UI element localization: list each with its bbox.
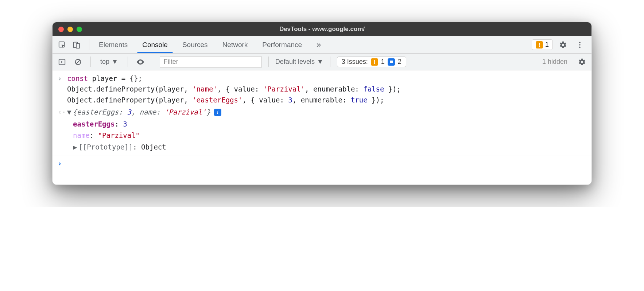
prototype-value: Object: [141, 143, 166, 151]
svg-rect-2: [76, 43, 79, 48]
devtools-window: DevTools - www.google.com/ Elements Cons…: [52, 22, 592, 185]
separator: [90, 57, 91, 67]
object-property-row: name: "Parzival": [73, 130, 591, 141]
tab-elements[interactable]: Elements: [92, 36, 135, 53]
tab-sources[interactable]: Sources: [175, 36, 215, 53]
row-divider: [53, 155, 591, 155]
result-arrow-icon: ‹·: [58, 107, 67, 117]
object-info-icon[interactable]: i: [214, 109, 221, 116]
prototype-row[interactable]: ▶[[Prototype]]: Object: [53, 141, 591, 153]
issues-label: 3 Issues:: [342, 58, 368, 66]
minimize-window-button[interactable]: [67, 27, 73, 32]
svg-rect-0: [59, 42, 65, 47]
separator: [128, 57, 128, 67]
panel-tabs: Elements Console Sources Network Perform…: [92, 36, 328, 53]
console-prompt-row[interactable]: ›: [53, 158, 591, 170]
expand-toggle-icon[interactable]: ▶: [73, 143, 77, 151]
live-expression-eye-icon[interactable]: [135, 56, 146, 68]
issues-badge-count: 1: [545, 41, 549, 48]
context-label: top: [100, 58, 109, 66]
object-summary[interactable]: ▼ {easterEggs: 3, name: 'Parzival'} i: [67, 107, 221, 117]
separator: [268, 57, 269, 67]
object-expanded: easterEggs: 3name: "Parzival": [53, 119, 591, 141]
close-window-button[interactable]: [58, 27, 64, 32]
chevron-down-icon: ▼: [317, 58, 323, 66]
chevron-down-icon: ▼: [112, 58, 118, 66]
svg-point-5: [579, 46, 581, 48]
tab-console[interactable]: Console: [135, 36, 175, 53]
object-summary-text: {easterEggs: 3, name: 'Parzival'}: [73, 107, 210, 117]
maximize-window-button[interactable]: [77, 27, 82, 32]
window-controls: [58, 27, 82, 32]
input-prompt-icon: ›: [58, 158, 67, 169]
main-tabs-row: Elements Console Sources Network Perform…: [53, 36, 591, 54]
log-levels-selector[interactable]: Default levels ▼: [275, 58, 323, 66]
settings-gear-icon[interactable]: [556, 38, 570, 51]
window-title: DevTools - www.google.com/: [53, 26, 591, 33]
console-input-row: › const player = {}; Object.defineProper…: [53, 73, 591, 106]
titlebar: DevTools - www.google.com/: [53, 22, 591, 36]
console-toolbar: top ▼ Default levels ▼ 3 Issues: ! 1 2 1…: [53, 54, 591, 70]
collapse-toggle-icon[interactable]: ▼: [67, 107, 71, 117]
prototype-key: [[Prototype]]: [78, 143, 133, 151]
issues-counter[interactable]: 3 Issues: ! 1 2: [337, 57, 406, 67]
inspect-element-icon[interactable]: [55, 38, 69, 51]
separator: [413, 57, 413, 67]
issues-info-count: 2: [398, 58, 401, 66]
separator: [330, 57, 330, 67]
warning-icon: !: [536, 41, 543, 48]
input-prompt-icon: ›: [58, 73, 67, 105]
issues-badge-top[interactable]: ! 1: [532, 39, 553, 50]
console-result-row: ‹· ▼ {easterEggs: 3, name: 'Parzival'} i: [53, 106, 591, 118]
kebab-menu-icon[interactable]: [573, 38, 586, 51]
separator: [153, 57, 153, 67]
console-input-code: const player = {}; Object.defineProperty…: [67, 73, 401, 105]
separator: [89, 39, 89, 50]
filter-input[interactable]: [160, 56, 262, 68]
clear-console-icon[interactable]: [72, 56, 84, 68]
svg-point-4: [579, 44, 581, 46]
svg-point-3: [579, 42, 581, 43]
hidden-messages-label: 1 hidden: [542, 58, 567, 66]
levels-label: Default levels: [275, 58, 315, 66]
info-icon: [388, 58, 395, 66]
svg-line-8: [76, 60, 80, 64]
console-body: › const player = {}; Object.defineProper…: [53, 70, 591, 185]
warning-icon: !: [371, 58, 378, 66]
execution-context-selector[interactable]: top ▼: [97, 58, 121, 66]
device-toolbar-icon[interactable]: [70, 38, 83, 51]
console-settings-gear-icon[interactable]: [576, 56, 588, 68]
tab-performance[interactable]: Performance: [255, 36, 309, 53]
tab-network[interactable]: Network: [215, 36, 255, 53]
object-property-row: easterEggs: 3: [73, 119, 591, 130]
issues-warn-count: 1: [381, 58, 385, 66]
toggle-sidebar-icon[interactable]: [56, 56, 68, 68]
tabs-overflow-button[interactable]: »: [309, 36, 328, 53]
